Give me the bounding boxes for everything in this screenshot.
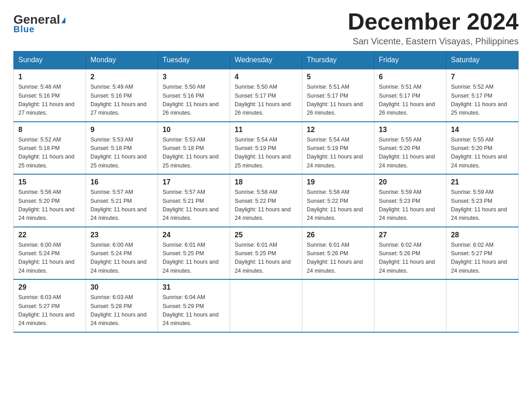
day-number: 16 — [90, 178, 153, 186]
calendar-cell: 17 Sunrise: 5:57 AMSunset: 5:21 PMDaylig… — [158, 174, 230, 227]
day-number: 20 — [379, 178, 442, 186]
calendar-week-5: 29 Sunrise: 6:03 AMSunset: 5:27 PMDaylig… — [14, 279, 519, 332]
logo-triangle-icon — [61, 17, 65, 23]
header-saturday: Saturday — [446, 51, 519, 69]
header-monday: Monday — [86, 51, 158, 69]
calendar-table: Sunday Monday Tuesday Wednesday Thursday… — [13, 51, 519, 333]
day-info: Sunrise: 5:55 AMSunset: 5:20 PMDaylight:… — [451, 136, 514, 171]
calendar-cell: 23 Sunrise: 6:00 AMSunset: 5:24 PMDaylig… — [86, 227, 158, 280]
day-number: 28 — [451, 231, 514, 239]
day-info: Sunrise: 5:58 AMSunset: 5:22 PMDaylight:… — [235, 188, 297, 223]
day-info: Sunrise: 5:53 AMSunset: 5:18 PMDaylight:… — [163, 136, 225, 171]
calendar-cell: 26 Sunrise: 6:01 AMSunset: 5:26 PMDaylig… — [302, 227, 374, 280]
day-number: 9 — [90, 126, 153, 134]
day-info: Sunrise: 6:00 AMSunset: 5:24 PMDaylight:… — [90, 241, 153, 276]
day-number: 2 — [90, 73, 153, 81]
page-header: General Blue December 2024 San Vicente, … — [13, 9, 519, 47]
calendar-week-3: 15 Sunrise: 5:56 AMSunset: 5:20 PMDaylig… — [14, 174, 519, 227]
day-info: Sunrise: 5:59 AMSunset: 5:23 PMDaylight:… — [451, 188, 514, 223]
calendar-cell — [230, 279, 302, 332]
calendar-cell: 8 Sunrise: 5:52 AMSunset: 5:18 PMDayligh… — [14, 122, 86, 175]
calendar-cell: 1 Sunrise: 5:48 AMSunset: 5:16 PMDayligh… — [14, 69, 86, 122]
header-friday: Friday — [374, 51, 446, 69]
calendar-cell: 5 Sunrise: 5:51 AMSunset: 5:17 PMDayligh… — [302, 69, 374, 122]
location: San Vicente, Eastern Visayas, Philippine… — [348, 36, 519, 47]
calendar-cell — [302, 279, 374, 332]
calendar-cell: 4 Sunrise: 5:50 AMSunset: 5:17 PMDayligh… — [230, 69, 302, 122]
day-number: 18 — [235, 178, 297, 186]
day-number: 4 — [235, 73, 297, 81]
day-info: Sunrise: 5:57 AMSunset: 5:21 PMDaylight:… — [90, 188, 153, 223]
day-info: Sunrise: 6:04 AMSunset: 5:29 PMDaylight:… — [163, 293, 225, 328]
calendar-cell: 22 Sunrise: 6:00 AMSunset: 5:24 PMDaylig… — [14, 227, 86, 280]
calendar-week-2: 8 Sunrise: 5:52 AMSunset: 5:18 PMDayligh… — [14, 122, 519, 175]
logo: General Blue — [13, 13, 65, 34]
day-number: 21 — [451, 178, 514, 186]
day-info: Sunrise: 5:58 AMSunset: 5:22 PMDaylight:… — [307, 188, 369, 223]
day-number: 26 — [307, 231, 369, 239]
day-info: Sunrise: 5:50 AMSunset: 5:16 PMDaylight:… — [163, 83, 225, 118]
calendar-cell: 25 Sunrise: 6:01 AMSunset: 5:25 PMDaylig… — [230, 227, 302, 280]
day-info: Sunrise: 5:52 AMSunset: 5:18 PMDaylight:… — [18, 136, 81, 171]
day-info: Sunrise: 5:49 AMSunset: 5:16 PMDaylight:… — [90, 83, 153, 118]
calendar-cell: 9 Sunrise: 5:53 AMSunset: 5:18 PMDayligh… — [86, 122, 158, 175]
day-info: Sunrise: 6:00 AMSunset: 5:24 PMDaylight:… — [18, 241, 81, 276]
day-number: 13 — [379, 126, 442, 134]
day-number: 5 — [307, 73, 369, 81]
day-info: Sunrise: 6:01 AMSunset: 5:25 PMDaylight:… — [235, 241, 297, 276]
day-number: 10 — [163, 126, 225, 134]
calendar-cell: 3 Sunrise: 5:50 AMSunset: 5:16 PMDayligh… — [158, 69, 230, 122]
calendar-cell: 28 Sunrise: 6:02 AMSunset: 5:27 PMDaylig… — [446, 227, 519, 280]
calendar-cell: 6 Sunrise: 5:51 AMSunset: 5:17 PMDayligh… — [374, 69, 446, 122]
day-info: Sunrise: 5:51 AMSunset: 5:17 PMDaylight:… — [379, 83, 442, 118]
logo-blue: Blue — [13, 24, 34, 34]
day-number: 30 — [90, 283, 153, 291]
day-info: Sunrise: 6:02 AMSunset: 5:26 PMDaylight:… — [379, 241, 442, 276]
calendar-cell: 12 Sunrise: 5:54 AMSunset: 5:19 PMDaylig… — [302, 122, 374, 175]
calendar-cell: 7 Sunrise: 5:52 AMSunset: 5:17 PMDayligh… — [446, 69, 519, 122]
calendar-cell: 21 Sunrise: 5:59 AMSunset: 5:23 PMDaylig… — [446, 174, 519, 227]
calendar-cell: 30 Sunrise: 6:03 AMSunset: 5:28 PMDaylig… — [86, 279, 158, 332]
day-info: Sunrise: 6:01 AMSunset: 5:25 PMDaylight:… — [163, 241, 225, 276]
calendar-cell: 15 Sunrise: 5:56 AMSunset: 5:20 PMDaylig… — [14, 174, 86, 227]
calendar-cell: 2 Sunrise: 5:49 AMSunset: 5:16 PMDayligh… — [86, 69, 158, 122]
day-info: Sunrise: 5:56 AMSunset: 5:20 PMDaylight:… — [18, 188, 81, 223]
day-number: 7 — [451, 73, 514, 81]
header-tuesday: Tuesday — [158, 51, 230, 69]
day-info: Sunrise: 5:52 AMSunset: 5:17 PMDaylight:… — [451, 83, 514, 118]
calendar-cell: 27 Sunrise: 6:02 AMSunset: 5:26 PMDaylig… — [374, 227, 446, 280]
calendar-cell: 24 Sunrise: 6:01 AMSunset: 5:25 PMDaylig… — [158, 227, 230, 280]
day-number: 19 — [307, 178, 369, 186]
day-number: 29 — [18, 283, 81, 291]
month-title: December 2024 — [348, 9, 519, 34]
day-number: 15 — [18, 178, 81, 186]
day-info: Sunrise: 5:57 AMSunset: 5:21 PMDaylight:… — [163, 188, 225, 223]
day-info: Sunrise: 5:59 AMSunset: 5:23 PMDaylight:… — [379, 188, 442, 223]
day-number: 3 — [163, 73, 225, 81]
day-info: Sunrise: 6:02 AMSunset: 5:27 PMDaylight:… — [451, 241, 514, 276]
day-number: 14 — [451, 126, 514, 134]
day-info: Sunrise: 5:54 AMSunset: 5:19 PMDaylight:… — [307, 136, 369, 171]
day-info: Sunrise: 6:03 AMSunset: 5:27 PMDaylight:… — [18, 293, 81, 328]
calendar-cell: 11 Sunrise: 5:54 AMSunset: 5:19 PMDaylig… — [230, 122, 302, 175]
calendar-cell — [374, 279, 446, 332]
day-info: Sunrise: 6:03 AMSunset: 5:28 PMDaylight:… — [90, 293, 153, 328]
day-number: 6 — [379, 73, 442, 81]
header-wednesday: Wednesday — [230, 51, 302, 69]
calendar-cell: 31 Sunrise: 6:04 AMSunset: 5:29 PMDaylig… — [158, 279, 230, 332]
day-info: Sunrise: 5:51 AMSunset: 5:17 PMDaylight:… — [307, 83, 369, 118]
title-block: December 2024 San Vicente, Eastern Visay… — [348, 9, 519, 47]
header-sunday: Sunday — [14, 51, 86, 69]
day-info: Sunrise: 5:50 AMSunset: 5:17 PMDaylight:… — [235, 83, 297, 118]
day-number: 8 — [18, 126, 81, 134]
day-number: 25 — [235, 231, 297, 239]
calendar-cell: 10 Sunrise: 5:53 AMSunset: 5:18 PMDaylig… — [158, 122, 230, 175]
calendar-week-4: 22 Sunrise: 6:00 AMSunset: 5:24 PMDaylig… — [14, 227, 519, 280]
day-number: 22 — [18, 231, 81, 239]
day-number: 12 — [307, 126, 369, 134]
calendar-cell: 20 Sunrise: 5:59 AMSunset: 5:23 PMDaylig… — [374, 174, 446, 227]
day-number: 11 — [235, 126, 297, 134]
calendar-cell — [446, 279, 519, 332]
calendar-header-row: Sunday Monday Tuesday Wednesday Thursday… — [14, 51, 519, 69]
calendar-cell: 14 Sunrise: 5:55 AMSunset: 5:20 PMDaylig… — [446, 122, 519, 175]
